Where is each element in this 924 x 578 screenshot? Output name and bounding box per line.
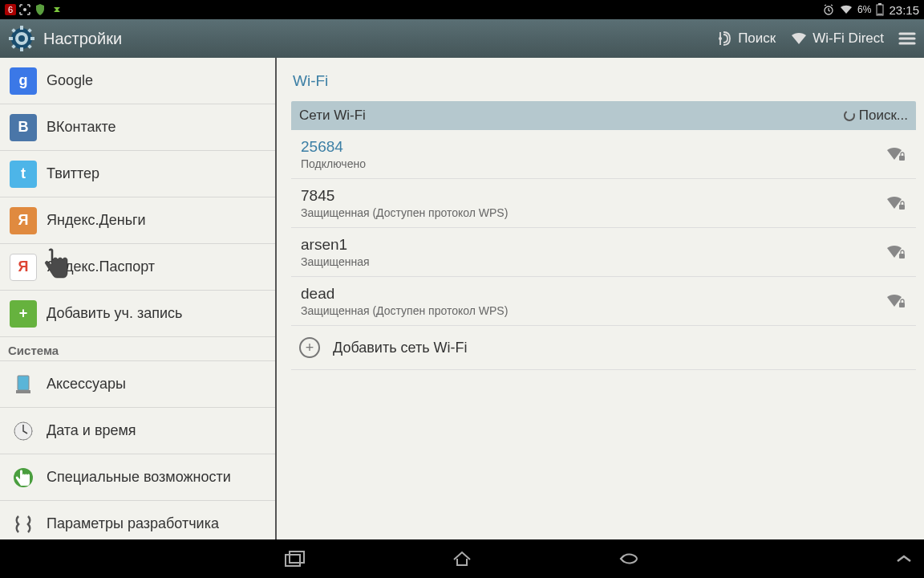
sidebar-item-5[interactable]: +Добавить уч. запись (0, 291, 275, 337)
notification-badge: 6 (5, 4, 16, 15)
wifi-network-item[interactable]: 7845Защищенная (Доступен протокол WPS) (291, 179, 916, 228)
app-icon: B (10, 114, 37, 141)
wifi-network-status: Подключено (301, 157, 366, 170)
sidebar-item-0[interactable]: gGoogle (0, 58, 275, 104)
app-titlebar: Настройки Поиск Wi-Fi Direct (0, 19, 924, 58)
sidebar-item-2[interactable]: tТвиттер (0, 151, 275, 197)
wifi-network-item[interactable]: arsen1Защищенная (291, 228, 916, 277)
svg-rect-23 (899, 156, 905, 161)
svg-rect-28 (290, 552, 304, 563)
svg-rect-18 (16, 390, 30, 393)
scanning-indicator: Поиск... (843, 108, 908, 124)
settings-sidebar: gGoogleBВКонтактеtТвиттерЯЯндекс.ДеньгиЯ… (0, 58, 277, 539)
wifi-title: Wi-Fi (291, 72, 916, 90)
wifi-signal-lock-icon (886, 145, 906, 163)
android-status-bar: 6 6% 23:15 (0, 0, 924, 19)
menu-button[interactable] (898, 31, 916, 46)
app-icon: Я (10, 254, 37, 281)
wifi-network-item[interactable]: 25684Подключено (291, 130, 916, 179)
battery-percent: 6% (857, 4, 871, 15)
alarm-icon (822, 3, 835, 16)
wifi-direct-button[interactable]: Wi-Fi Direct (790, 31, 884, 47)
android-nav-bar (0, 539, 924, 578)
wifi-network-name: arsen1 (301, 236, 370, 254)
sidebar-item-3[interactable]: ЯЯндекс.Деньги (0, 197, 275, 244)
wifi-network-status: Защищенная (Доступен протокол WPS) (301, 304, 508, 317)
wifi-icon (790, 31, 808, 46)
svg-rect-9 (20, 47, 23, 51)
svg-point-0 (23, 8, 26, 11)
system-icon (10, 372, 37, 397)
battery-icon (876, 3, 884, 16)
sidebar-system-item-3[interactable]: Параметры разработчика (0, 501, 275, 539)
wifi-signal-lock-icon (886, 243, 906, 261)
app-icon: Я (10, 207, 37, 234)
sidebar-item-1[interactable]: BВКонтакте (0, 104, 275, 151)
svg-rect-25 (899, 254, 905, 258)
svg-point-7 (18, 35, 25, 42)
system-icon (10, 466, 37, 490)
focus-icon (18, 3, 31, 16)
sidebar-section-system: Система (0, 337, 275, 361)
sidebar-item-label: Параметры разработчика (47, 515, 219, 532)
settings-gear-icon (8, 25, 35, 52)
sidebar-item-label: Дата и время (47, 422, 136, 439)
wifi-network-status: Защищенная (301, 255, 370, 268)
add-wifi-network-button[interactable]: + Добавить сеть Wi-Fi (291, 326, 916, 370)
app-icon: + (10, 300, 37, 328)
wifi-signal-lock-icon (886, 292, 906, 310)
wifi-status-icon (840, 4, 853, 15)
sidebar-item-4[interactable]: ЯЯндекс.Паспорт (0, 244, 275, 291)
search-button[interactable]: Поиск (715, 30, 776, 47)
sidebar-item-label: Google (47, 72, 93, 89)
svg-rect-27 (286, 555, 300, 566)
app-icon: t (10, 161, 37, 188)
app-icon: g (10, 67, 37, 95)
wifi-signal-lock-icon (886, 194, 906, 212)
spinner-icon (843, 109, 856, 122)
svg-rect-17 (18, 376, 29, 390)
wifi-main-panel: Wi-Fi Сети Wi-Fi Поиск... 25684Подключен… (277, 58, 924, 539)
recent-apps-button[interactable] (284, 550, 306, 568)
wifi-network-name: 25684 (301, 138, 366, 156)
sidebar-item-label: Добавить уч. запись (47, 305, 182, 322)
sidebar-system-item-2[interactable]: Специальные возможности (0, 454, 275, 501)
hamburger-menu-icon (898, 31, 916, 46)
search-wave-icon (715, 30, 733, 47)
back-button[interactable] (618, 550, 640, 568)
svg-rect-4 (877, 14, 882, 14)
sidebar-item-label: Яндекс.Деньги (47, 212, 146, 229)
sidebar-item-label: Яндекс.Паспорт (47, 258, 155, 275)
sidebar-item-label: Твиттер (47, 165, 99, 182)
wifi-network-item[interactable]: deadЗащищенная (Доступен протокол WPS) (291, 277, 916, 326)
system-icon (10, 512, 37, 536)
svg-rect-8 (20, 26, 23, 30)
titlebar-title: Настройки (43, 30, 122, 48)
wifi-networks-header: Сети Wi-Fi Поиск... (291, 101, 916, 130)
charging-icon (49, 4, 63, 15)
home-button[interactable] (451, 550, 473, 568)
wifi-network-name: dead (301, 285, 508, 303)
wifi-network-name: 7845 (301, 187, 508, 205)
sidebar-system-item-0[interactable]: Аксессуары (0, 361, 275, 408)
svg-rect-26 (899, 303, 905, 307)
svg-rect-24 (899, 205, 905, 210)
clock: 23:15 (889, 3, 919, 17)
wifi-network-status: Защищенная (Доступен протокол WPS) (301, 206, 508, 219)
sidebar-item-label: ВКонтакте (47, 119, 116, 136)
svg-rect-10 (9, 37, 13, 40)
svg-rect-11 (30, 37, 34, 40)
svg-rect-3 (878, 3, 881, 5)
expand-button[interactable] (895, 553, 913, 564)
sidebar-system-item-1[interactable]: Дата и время (0, 408, 275, 454)
svg-point-16 (719, 37, 722, 40)
sidebar-item-label: Аксессуары (47, 376, 126, 393)
plus-circle-icon: + (299, 337, 320, 358)
shield-icon (34, 3, 47, 16)
svg-point-22 (845, 111, 854, 120)
system-icon (10, 419, 37, 443)
sidebar-item-label: Специальные возможности (47, 469, 231, 486)
